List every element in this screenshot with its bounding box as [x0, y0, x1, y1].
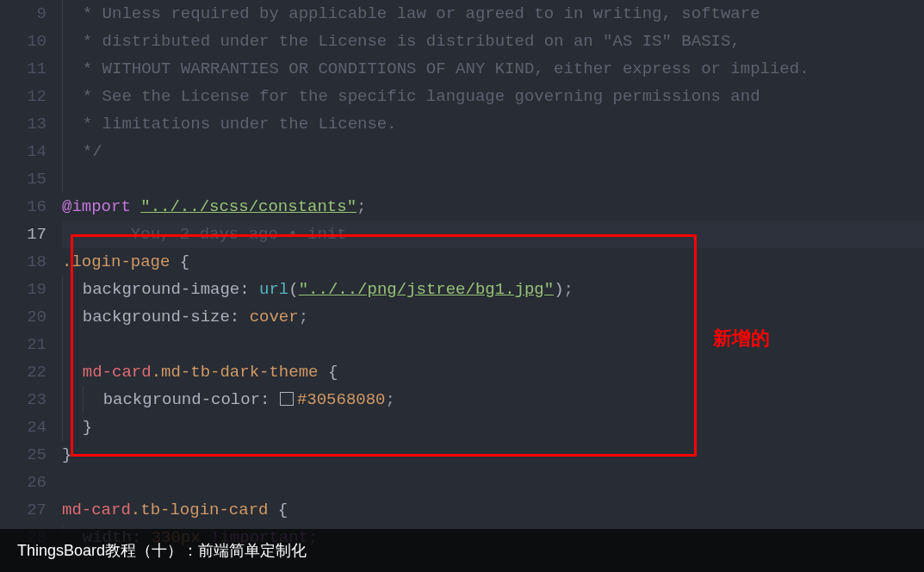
code-line[interactable]: background-color: #30568080; — [62, 386, 924, 413]
line-number: 15 — [0, 165, 47, 193]
line-number: 24 — [0, 413, 47, 441]
import-path: "../../scss/constants" — [140, 197, 357, 216]
code-line[interactable] — [62, 469, 924, 496]
code-line[interactable]: .login-page { — [62, 248, 924, 276]
colon: : — [239, 280, 259, 299]
code-line[interactable]: */ — [62, 138, 924, 165]
css-selector: .login-page — [62, 252, 170, 271]
css-function: url — [259, 280, 288, 299]
line-number: 11 — [0, 55, 47, 83]
comment-text: * limitations under the License. — [72, 115, 396, 134]
at-import-keyword: @import — [62, 197, 131, 216]
caption-bar: ThingsBoard教程（十）：前端简单定制化 — [0, 529, 924, 572]
code-line[interactable] — [62, 331, 924, 358]
code-editor[interactable]: 9 10 11 12 13 14 15 16 17 18 19 20 21 22… — [0, 0, 924, 572]
code-area[interactable]: * Unless required by applicable law or a… — [62, 0, 924, 572]
caption-text: ThingsBoard教程（十）：前端简单定制化 — [17, 540, 307, 561]
css-tag-selector: md-card — [62, 501, 131, 519]
hex-color: #30568080 — [297, 390, 386, 409]
comment-text: * WITHOUT WARRANTIES OR CONDITIONS OF AN… — [72, 59, 809, 78]
code-line[interactable]: * WITHOUT WARRANTIES OR CONDITIONS OF AN… — [62, 55, 924, 83]
line-number: 20 — [0, 303, 47, 331]
line-number: 21 — [0, 331, 47, 358]
code-line[interactable]: * Unless required by applicable law or a… — [62, 0, 924, 28]
line-number-current: 17 — [0, 221, 47, 248]
url-path: "../../png/jstree/bg1.jpg" — [299, 280, 554, 299]
line-number: 27 — [0, 496, 47, 524]
code-line[interactable]: md-card.tb-login-card { — [62, 496, 924, 524]
brace-open: { — [170, 252, 189, 271]
code-line[interactable]: @import "../../scss/constants"; — [62, 193, 924, 221]
css-property: background-color — [103, 390, 260, 409]
line-number: 22 — [0, 358, 47, 386]
line-number: 13 — [0, 110, 47, 138]
comment-text: * See the License for the specific langu… — [72, 87, 760, 106]
code-line[interactable]: } — [62, 441, 924, 469]
css-property: background-size — [83, 308, 230, 326]
code-line[interactable]: background-size: cover; — [62, 303, 924, 331]
line-number: 18 — [0, 248, 47, 276]
brace-close: } — [83, 418, 92, 437]
code-line[interactable]: } — [62, 413, 924, 441]
code-line[interactable]: * distributed under the License is distr… — [62, 28, 924, 55]
line-number: 26 — [0, 469, 47, 496]
comment-text: */ — [72, 142, 102, 161]
line-number-gutter: 9 10 11 12 13 14 15 16 17 18 19 20 21 22… — [0, 0, 62, 572]
line-number: 25 — [0, 441, 47, 469]
brace-close: } — [62, 445, 71, 464]
annotation-label: 新增的 — [713, 326, 770, 351]
semicolon: ; — [357, 197, 366, 216]
code-line-current[interactable]: You, 2 days ago • init — [62, 221, 924, 248]
code-line[interactable] — [62, 165, 924, 193]
css-value: cover — [250, 308, 299, 326]
line-number: 12 — [0, 83, 47, 110]
css-class-selector: .md-tb-dark-theme — [152, 363, 319, 382]
code-line[interactable]: md-card.md-tb-dark-theme { — [62, 358, 924, 386]
line-number: 9 — [0, 0, 47, 28]
line-number: 10 — [0, 28, 47, 55]
css-tag-selector: md-card — [83, 363, 152, 382]
line-number: 16 — [0, 193, 47, 221]
code-line[interactable]: * limitations under the License. — [62, 110, 924, 138]
git-blame-annotation: You, 2 days ago • init — [131, 225, 347, 244]
color-swatch-icon — [280, 392, 294, 406]
css-class-selector: .tb-login-card — [131, 501, 269, 519]
css-property: background-image — [83, 280, 239, 299]
code-line[interactable]: * See the License for the specific langu… — [62, 83, 924, 110]
comment-text: * distributed under the License is distr… — [72, 32, 740, 51]
line-number: 19 — [0, 276, 47, 303]
code-line[interactable]: background-image: url("../../png/jstree/… — [62, 276, 924, 303]
comment-text: * Unless required by applicable law or a… — [72, 4, 760, 23]
line-number: 14 — [0, 138, 47, 165]
line-number: 23 — [0, 386, 47, 413]
